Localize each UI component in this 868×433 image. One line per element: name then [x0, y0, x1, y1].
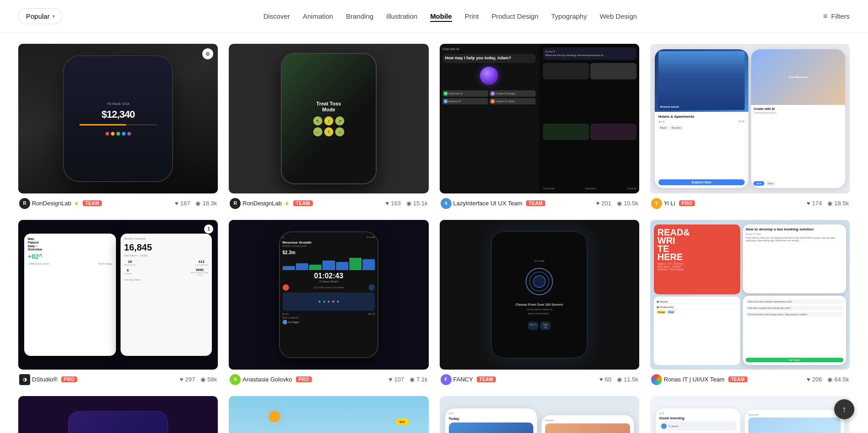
card-8-meta: Ronas IT | UI/UX Team TEAM ♥ 206 ◉ 64.5k [650, 374, 850, 385]
shot-card-2[interactable]: Treat TossMode ↖ ↑ ↗ ← T → R R [229, 44, 428, 209]
scroll-top-button[interactable]: ↑ [834, 399, 854, 419]
nav-typography[interactable]: Typography [551, 10, 587, 22]
likes-stat: ♥ 187 [175, 200, 190, 207]
shot-card-6[interactable]: S 9:41 AM Revenue Growth Monthly account… [229, 220, 428, 385]
eye-icon: ◉ [827, 376, 832, 383]
card-9-image: 9:41 Fragrance Story [18, 396, 218, 433]
shot-card-9[interactable]: 9:41 Fragrance Story [18, 396, 218, 433]
read-write-block: READ&WRITEHERE Nature · Art · ScienceEdu… [654, 224, 741, 294]
bank-label: TD Bank USA [107, 102, 130, 106]
tablet-mockup-2: Monthly Overview 16,845 Total Patient — … [121, 234, 212, 355]
phone-mockup: S 9:41 AM Revenue Growth Monthly account… [279, 231, 379, 359]
views-count: 11.5k [624, 376, 638, 383]
morning-screen: 9:41 Good morning 🔍 Search Fragrance Sto… [656, 408, 740, 433]
heart-icon: ♥ [596, 200, 600, 207]
author-name: FANCY [453, 376, 473, 383]
nav-discover[interactable]: Discover [263, 10, 290, 22]
card-8-author: Ronas IT | UI/UX Team TEAM [651, 374, 747, 385]
team-badge: TEAM [526, 200, 545, 206]
heart-icon: ♥ [389, 376, 393, 383]
shot-card-4[interactable]: Remote Island Hotels & Apartments ★4.829… [650, 44, 850, 209]
likes-count: 297 [185, 376, 195, 383]
likes-count: 163 [391, 200, 401, 207]
card-2-meta: R RonDesignLab ★ TEAM ♥ 163 ◉ 15.1k [229, 198, 428, 209]
discover-screen: Discover Explore the latest... [745, 410, 845, 433]
author-name: Anastasia Golovko [242, 376, 292, 383]
heart-icon: ♥ [807, 200, 810, 207]
phone-mockup: Treat TossMode ↖ ↑ ↗ ← T → [281, 53, 377, 185]
eye-icon: ◉ [827, 200, 832, 207]
card-5-author: ◑ DStudio® PRO [19, 374, 77, 385]
card-6-meta: A Anastasia Golovko PRO ♥ 107 ◉ 7.1k [229, 374, 428, 385]
shot-card-8[interactable]: READ&WRITEHERE Nature · Art · ScienceEdu… [650, 220, 850, 385]
amount-display: $12,340 [101, 109, 135, 120]
avatar [651, 374, 662, 385]
views-stat: ◉ 15.1k [406, 200, 428, 207]
likes-stat: ♥ 60 [600, 376, 611, 383]
card-6-stats: ♥ 107 ◉ 7.1k [389, 376, 428, 383]
card-1-author: R RonDesignLab ★ TEAM [19, 198, 102, 209]
nav-animation[interactable]: Animation [303, 10, 333, 22]
shot-card-12[interactable]: 9:41 Good morning 🔍 Search Fragrance Sto… [650, 396, 850, 433]
nav-product-design[interactable]: Product Design [491, 10, 538, 22]
shot-card-5[interactable]: 1 MaxPatientData ~Overview +82^ 2.96M Pa… [18, 220, 218, 385]
views-count: 58k [207, 376, 217, 383]
filters-button[interactable]: ≡ Filters [823, 12, 850, 21]
views-stat: ◉ 18.5k [827, 200, 849, 207]
likes-stat: ♥ 297 [180, 376, 195, 383]
sort-button[interactable]: Popular ▾ [18, 8, 63, 24]
card-5-stats: ♥ 297 ◉ 58k [180, 376, 217, 383]
shots-grid: ⊕ TD Bank USA $12,340 R [0, 33, 868, 433]
nav-illustration[interactable]: Illustration [386, 10, 417, 22]
question-item-2: How does a typical taxi booking app work… [746, 306, 843, 310]
likes-stat: ♥ 174 [807, 200, 822, 207]
likes-count: 107 [394, 376, 404, 383]
nav-web-design[interactable]: Web Design [600, 10, 637, 22]
phone-mockup: TD Bank USA $12,340 [63, 55, 173, 183]
card-3-stats: ♥ 201 ◉ 10.5k [596, 200, 638, 207]
author-name: DStudio® [32, 376, 58, 383]
nav-branding[interactable]: Branding [346, 10, 374, 22]
team-badge: TEAM [728, 376, 747, 382]
card-4-stats: ♥ 174 ◉ 18.5k [807, 200, 849, 207]
morning-screens: 9:41 Good morning 🔍 Search Fragrance Sto… [650, 396, 850, 433]
bookmark-icon: ⊕ [202, 48, 213, 59]
views-count: 18.3k [202, 200, 217, 207]
eye-icon: ◉ [406, 200, 411, 207]
shot-card-11[interactable]: 9:41 Today Lorem ipsum dolor sit amet co… [440, 396, 639, 433]
dashboard-title: MaxPatientData ~Overview [28, 237, 112, 251]
likes-count: 187 [180, 200, 190, 207]
chevron-down-icon: ▾ [53, 14, 55, 19]
shot-card-1[interactable]: ⊕ TD Bank USA $12,340 R [18, 44, 218, 209]
likes-stat: ♥ 107 [389, 376, 404, 383]
arrow-icons: ↖ ↑ ↗ ← T → [313, 116, 344, 136]
sort-label: Popular [26, 12, 50, 20]
card-6-author: A Anastasia Golovko PRO [230, 374, 312, 385]
nav-print[interactable]: Print [465, 10, 479, 22]
filter-lines-icon: ≡ [823, 12, 827, 21]
card8-left-column: READ&WRITEHERE Nature · Art · ScienceEdu… [654, 224, 741, 365]
views-count: 10.5k [624, 200, 638, 207]
ai-orb [480, 67, 498, 85]
likes-count: 174 [812, 200, 822, 207]
tablet-mockup-1: MaxPatientData ~Overview +82^ 2.96M Pati… [24, 234, 116, 355]
card-1-stats: ♥ 187 ◉ 18.3k [175, 200, 217, 207]
heart-icon: ♥ [180, 376, 184, 383]
taxi-phone: How to develop a taxi booking solution R… [743, 224, 846, 293]
card-11-image: 9:41 Today Lorem ipsum dolor sit amet co… [440, 396, 639, 433]
nav-mobile[interactable]: Mobile [430, 10, 452, 22]
eye-icon: ◉ [410, 376, 415, 383]
views-stat: ◉ 18.3k [195, 200, 217, 207]
action-dots [105, 132, 131, 136]
card-2-stats: ♥ 163 ◉ 15.1k [385, 200, 427, 207]
today-screen: 9:41 Today Lorem ipsum dolor sit amet co… [445, 408, 537, 433]
ai-panel-left: Chat with AI How may I help you today, A… [440, 44, 539, 193]
card-2-image: Treat TossMode ↖ ↑ ↗ ← T → [229, 44, 428, 193]
ai-panel-right: Euma ✦ What are the top trending remote … [540, 44, 639, 193]
events-screen: Events Upcoming... [542, 415, 634, 433]
stat-number: +82^ [28, 253, 112, 260]
shot-card-7[interactable]: 9:41 AM Choose From Over 100 Servers Lor… [440, 220, 639, 385]
shot-card-10[interactable]: Go! [229, 396, 428, 433]
shot-card-3[interactable]: Chat with AI How may I help you today, A… [440, 44, 639, 209]
heart-icon: ♥ [175, 200, 179, 207]
